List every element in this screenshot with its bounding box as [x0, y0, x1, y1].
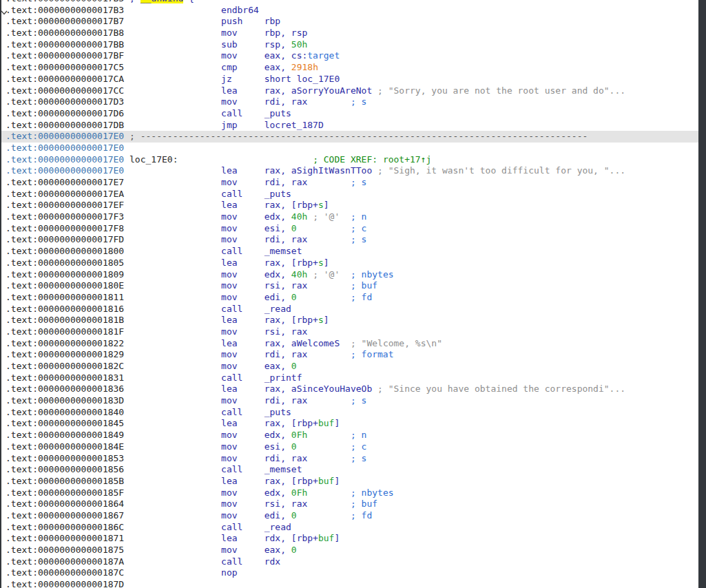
code-text: mov edi, [124, 292, 291, 302]
address: .text:00000000000017BB [6, 39, 124, 50]
address: .text:0000000000001845 [6, 418, 124, 428]
asm-line[interactable]: .text:00000000000017E0 ; ---------------… [0, 131, 698, 143]
asm-line[interactable]: .text:000000000000183D mov rdi, rax ; s [0, 395, 698, 407]
address-highlighted: .text:00000000000017E0 [6, 143, 124, 153]
asm-line[interactable]: .text:000000000000187D [0, 579, 698, 588]
asm-line[interactable]: .text:0000000000001800 call _memset [0, 246, 698, 258]
asm-line[interactable]: .text:000000000000181F mov rsi, rax [0, 326, 698, 338]
code-text: call rdx [124, 556, 280, 567]
address: .text:0000000000001867 [6, 510, 124, 521]
asm-line[interactable]: .text:00000000000017D6 call _puts [0, 108, 698, 120]
address: .text:000000000000181F [6, 326, 124, 337]
asm-line[interactable]: .text:00000000000017B7 push rbp [0, 16, 698, 28]
asm-line[interactable]: .text:00000000000017B3 ; __unwind { [0, 0, 698, 5]
code-text: call _memset [124, 246, 302, 256]
number-literal: buf [318, 418, 334, 428]
code-text: mov edx, [124, 430, 291, 440]
asm-line[interactable]: .text:0000000000001829 mov rdi, rax ; fo… [0, 349, 698, 361]
address: .text:00000000000017EF [6, 200, 124, 210]
asm-line[interactable]: .text:000000000000185B lea rax, [rbp+buf… [0, 476, 698, 487]
comment-param: ; s [307, 177, 366, 187]
code-text: { [183, 0, 194, 3]
asm-line[interactable]: .text:00000000000017BF mov eax, cs:targe… [0, 50, 698, 62]
asm-line[interactable]: .text:00000000000017EA call _puts [0, 189, 698, 200]
asm-line[interactable]: .text:00000000000017B3 endbr64 [0, 5, 698, 17]
address: .text:00000000000017B3 [6, 0, 124, 3]
asm-line[interactable]: .text:00000000000017B8 mov rbp, rsp [0, 28, 698, 39]
asm-line[interactable]: .text:00000000000017E0 loc_17E0: ; CODE … [0, 154, 698, 166]
code-text: mov rdi, rax [124, 96, 307, 107]
code-text: mov rdi, rax [124, 177, 307, 187]
asm-line[interactable]: .text:0000000000001867 mov edi, 0 ; fd [0, 510, 698, 522]
address: .text:0000000000001805 [6, 258, 124, 268]
asm-line[interactable]: .text:0000000000001840 call _puts [0, 407, 698, 419]
asm-line[interactable]: .text:00000000000017D3 mov rdi, rax ; s [0, 96, 698, 108]
address: .text:00000000000017B8 [6, 28, 124, 38]
asm-line[interactable]: .text:0000000000001811 mov edi, 0 ; fd [0, 292, 698, 304]
chevron-down-icon[interactable] [1, 9, 8, 17]
asm-line[interactable]: .text:0000000000001853 mov rdi, rax ; s [0, 453, 698, 465]
code-text: ] [334, 418, 340, 428]
asm-line[interactable]: .text:0000000000001871 lea rdx, [rbp+buf… [0, 533, 698, 545]
code-text: mov edx, [124, 211, 291, 222]
asm-line[interactable]: .text:00000000000017CC lea rax, aSorryYo… [0, 85, 698, 97]
asm-line[interactable]: .text:000000000000187C nop [0, 567, 698, 579]
number-literal: 0 [291, 223, 297, 233]
asm-line[interactable]: .text:000000000000184E mov esi, 0 ; c [0, 441, 698, 453]
number-literal: buf [318, 533, 334, 543]
asm-line[interactable]: .text:000000000000187A call rdx [0, 556, 698, 568]
number-literal: 40h [291, 211, 307, 222]
asm-line[interactable]: .text:0000000000001805 lea rax, [rbp+s] [0, 258, 698, 269]
asm-line[interactable]: .text:00000000000017CA jz short loc_17E0 [0, 74, 698, 85]
number-literal: 2918h [291, 62, 318, 72]
asm-line[interactable]: .text:00000000000017F8 mov esi, 0 ; c [0, 223, 698, 235]
asm-line[interactable]: .text:00000000000017E0 [0, 143, 698, 154]
address: .text:000000000000180E [6, 280, 124, 291]
asm-line[interactable]: .text:00000000000017BB sub rsp, 50h [0, 39, 698, 51]
asm-line[interactable]: .text:0000000000001836 lea rax, aSinceYo… [0, 384, 698, 395]
address: .text:00000000000017B7 [6, 16, 124, 26]
asm-line[interactable]: .text:00000000000017FD mov rdi, rax ; s [0, 234, 698, 246]
comment-param: ; c [297, 223, 367, 233]
code-text: call _puts [124, 108, 291, 118]
code-text: call _puts [124, 407, 291, 417]
asm-line[interactable]: .text:0000000000001849 mov edx, 0Fh ; n [0, 430, 698, 441]
asm-line[interactable]: .text:000000000000180E mov rsi, rax ; bu… [0, 280, 698, 292]
asm-line[interactable]: .text:0000000000001864 mov rsi, rax ; bu… [0, 498, 698, 510]
code-text: lea rdx, [rbp+ [124, 533, 318, 543]
asm-line[interactable]: .text:000000000000186C call _read [0, 522, 698, 534]
number-literal: 0 [291, 545, 297, 555]
asm-line[interactable]: .text:00000000000017C5 cmp eax, 2918h [0, 62, 698, 74]
asm-line[interactable]: .text:00000000000017DB jmp locret_187D [0, 120, 698, 132]
asm-line[interactable]: .text:0000000000001856 call _memset [0, 464, 698, 476]
comment-param: ; nbytes [340, 269, 393, 280]
asm-line[interactable]: .text:0000000000001822 lea rax, aWelcome… [0, 338, 698, 350]
code-text: lea rax, aSighItWasnTToo [124, 165, 372, 176]
number-literal: s [318, 315, 324, 325]
comment-param: ; fd [297, 292, 373, 302]
number-literal: 50h [291, 39, 307, 50]
asm-line[interactable]: .text:00000000000017F3 mov edx, 40h ; '@… [0, 211, 698, 223]
asm-line[interactable]: .text:000000000000181B lea rax, [rbp+s] [0, 315, 698, 326]
comment-param: ; format [307, 349, 393, 359]
asm-line[interactable]: .text:00000000000017E7 mov rdi, rax ; s [0, 177, 698, 189]
comment-string: ; "Since you have obtained the correspon… [372, 384, 625, 394]
comment-string: ; '@' [307, 211, 340, 222]
asm-line[interactable]: .text:00000000000017E0 lea rax, aSighItW… [0, 165, 698, 177]
asm-line[interactable]: .text:0000000000001816 call _read [0, 304, 698, 315]
code-text: ; [124, 0, 140, 3]
asm-line[interactable]: .text:0000000000001809 mov edx, 40h ; '@… [0, 269, 698, 281]
asm-line[interactable]: .text:000000000000185F mov edx, 0Fh ; nb… [0, 487, 698, 499]
asm-line[interactable]: .text:000000000000182C mov eax, 0 [0, 361, 698, 372]
comment-param: ; c [297, 441, 367, 452]
asm-line[interactable]: .text:00000000000017EF lea rax, [rbp+s] [0, 200, 698, 211]
asm-line[interactable]: .text:0000000000001845 lea rax, [rbp+buf… [0, 418, 698, 430]
code-text: lea rax, aSinceYouHaveOb [124, 384, 372, 394]
asm-line[interactable]: .text:0000000000001831 call _printf [0, 372, 698, 384]
number-literal: buf [318, 476, 334, 486]
address: .text:00000000000017F8 [6, 223, 124, 233]
code-text: mov esi, [124, 441, 291, 452]
asm-line[interactable]: .text:0000000000001875 mov eax, 0 [0, 545, 698, 556]
code-text: lea rax, [rbp+ [124, 200, 318, 210]
code-text: lea rax, [rbp+ [124, 418, 318, 428]
